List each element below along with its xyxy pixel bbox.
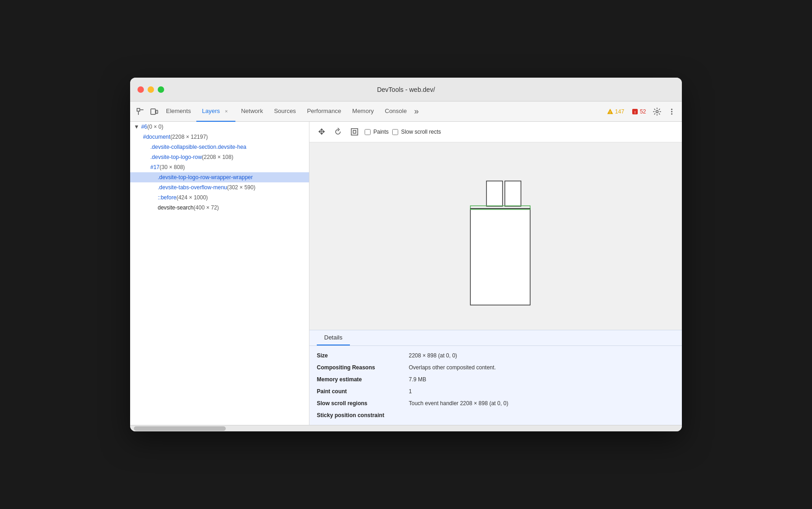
more-options-button[interactable] [665, 105, 678, 118]
details-row-paint: Paint count 1 [317, 385, 675, 397]
right-panel: ✥ Paints [309, 122, 682, 425]
device-toggle-button[interactable] [148, 105, 160, 118]
layer-item-hash17[interactable]: #17(30 × 808) [130, 162, 309, 172]
details-value-slow-scroll: Touch event handler 2208 × 898 (at 0, 0) [409, 400, 509, 407]
tab-sources[interactable]: Sources [269, 102, 302, 122]
layer-item-collapsible[interactable]: .devsite-collapsible-section.devsite-hea [130, 142, 309, 152]
svg-text:!: ! [634, 110, 635, 114]
error-badge[interactable]: ! 52 [629, 107, 649, 116]
details-value-memory: 7.9 MB [409, 376, 426, 383]
layer-toolbar: ✥ Paints [309, 122, 682, 142]
svg-rect-12 [351, 129, 358, 135]
toolbar-left [134, 105, 160, 118]
svg-rect-15 [486, 181, 503, 206]
layer-item-wrapper[interactable]: .devsite-top-logo-row-wrapper-wrapper [130, 172, 309, 182]
layer-item-logo-row[interactable]: .devsite-top-logo-row(2208 × 108) [130, 152, 309, 162]
details-value-compositing: Overlaps other composited content. [409, 364, 496, 371]
paints-checkbox[interactable] [365, 129, 371, 135]
tab-network[interactable]: Network [235, 102, 269, 122]
svg-rect-16 [505, 181, 521, 206]
svg-rect-3 [151, 109, 155, 114]
tab-memory[interactable]: Memory [347, 102, 379, 122]
layer-preview [459, 172, 532, 300]
paints-checkbox-label[interactable]: Paints [365, 129, 389, 135]
details-key-sticky: Sticky position constraint [317, 412, 409, 419]
tab-layers[interactable]: Layers × [196, 102, 235, 122]
close-button[interactable] [137, 86, 144, 93]
layer-item-search[interactable]: devsite-search(400 × 72) [130, 203, 309, 213]
reset-button[interactable] [348, 125, 361, 138]
details-row-size: Size 2208 × 898 (at 0, 0) [317, 350, 675, 362]
details-key-size: Size [317, 352, 409, 359]
svg-rect-0 [137, 108, 140, 111]
devtools-window: DevTools - web.dev/ Elements [130, 78, 682, 431]
details-header: Details [317, 330, 350, 345]
layer-item-before[interactable]: ::before(424 × 1000) [130, 192, 309, 203]
layer-item-tabs-overflow[interactable]: .devsite-tabs-overflow-menu(302 × 590) [130, 182, 309, 192]
svg-rect-13 [353, 130, 356, 133]
details-value-paint: 1 [409, 388, 412, 395]
svg-rect-4 [156, 110, 158, 113]
rotate-button[interactable] [332, 125, 344, 138]
details-row-compositing: Compositing Reasons Overlaps other compo… [317, 362, 675, 373]
minimize-button[interactable] [148, 86, 154, 93]
toolbar: Elements Layers × Network Sources Perfor… [130, 102, 682, 122]
layer-canvas[interactable] [309, 142, 682, 330]
tab-elements[interactable]: Elements [160, 102, 196, 122]
tab-performance[interactable]: Performance [302, 102, 347, 122]
details-row-sticky: Sticky position constraint [317, 409, 675, 421]
horizontal-scrollbar[interactable] [130, 425, 682, 431]
traffic-lights [137, 86, 164, 93]
title-bar: DevTools - web.dev/ [130, 78, 682, 102]
svg-rect-14 [470, 209, 530, 305]
layer-item-document[interactable]: #document(2208 × 12197) [130, 132, 309, 142]
svg-point-9 [671, 108, 673, 110]
settings-button[interactable] [651, 105, 663, 118]
tab-console[interactable]: Console [379, 102, 412, 122]
details-panel: Details Size 2208 × 898 (at 0, 0) Compos… [309, 330, 682, 425]
scrollbar-thumb[interactable] [134, 426, 226, 431]
svg-text:!: ! [609, 110, 610, 113]
details-key-slow-scroll: Slow scroll regions [317, 400, 409, 407]
details-value-size: 2208 × 898 (at 0, 0) [409, 352, 457, 359]
svg-point-11 [671, 113, 673, 114]
inspect-element-button[interactable] [134, 105, 147, 118]
pan-button[interactable]: ✥ [315, 125, 328, 138]
details-row-slow-scroll: Slow scroll regions Touch event handler … [317, 397, 675, 409]
details-key-memory: Memory estimate [317, 376, 409, 383]
tab-bar: Elements Layers × Network Sources Perfor… [160, 102, 604, 122]
svg-point-10 [671, 111, 673, 112]
more-tabs-button[interactable]: » [412, 106, 421, 117]
details-row-memory: Memory estimate 7.9 MB [317, 373, 675, 385]
details-key-compositing: Compositing Reasons [317, 364, 409, 371]
main-content: ▼ #6(0 × 0) #document(2208 × 12197) .dev… [130, 122, 682, 425]
slow-scroll-checkbox-label[interactable]: Slow scroll rects [392, 129, 441, 135]
warning-badge[interactable]: ! 147 [604, 107, 627, 116]
toolbar-right: ! 147 ! 52 [604, 105, 678, 118]
tab-close-layers[interactable]: × [223, 107, 230, 115]
svg-point-8 [656, 110, 658, 113]
maximize-button[interactable] [158, 86, 164, 93]
window-title: DevTools - web.dev/ [377, 86, 435, 93]
layer-item-root[interactable]: ▼ #6(0 × 0) [130, 122, 309, 132]
layers-panel: ▼ #6(0 × 0) #document(2208 × 12197) .dev… [130, 122, 309, 425]
details-key-paint: Paint count [317, 388, 409, 395]
slow-scroll-checkbox[interactable] [392, 129, 398, 135]
details-table: Size 2208 × 898 (at 0, 0) Compositing Re… [309, 346, 682, 425]
